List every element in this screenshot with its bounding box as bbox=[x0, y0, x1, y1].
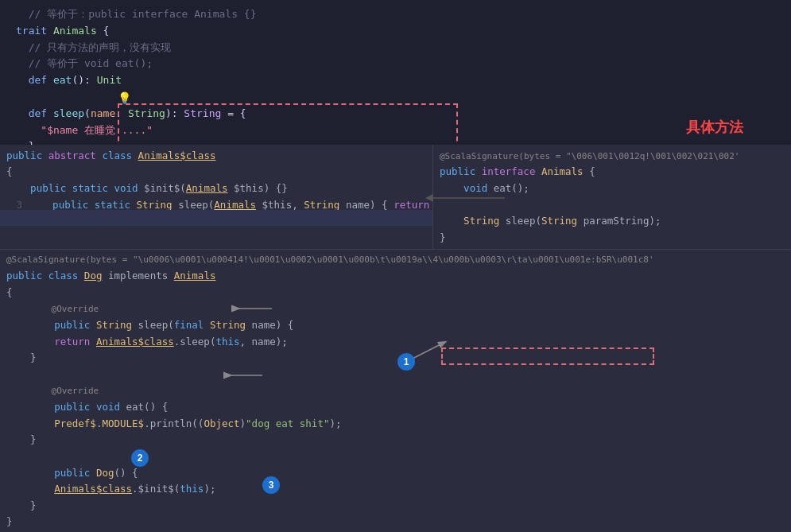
editor-code: // 等价于：public interface Animals {} trait… bbox=[16, 6, 791, 145]
right-decompiled-code: @ScalaSignature(bytes = "\006\001\0012q!… bbox=[433, 148, 791, 247]
scala-editor-panel: // 等价于：public interface Animals {} trait… bbox=[0, 0, 791, 145]
bottom-decompiled-code: @ScalaSignature(bytes = "\u0006\u0001\u0… bbox=[0, 251, 791, 530]
left-decompiled-panel: public abstract class Animals$class { pu… bbox=[0, 145, 433, 250]
middle-section: public abstract class Animals$class { pu… bbox=[0, 145, 791, 250]
bottom-section: @ScalaSignature(bytes = "\u0006\u0001\u0… bbox=[0, 249, 791, 532]
main-container: // 等价于：public interface Animals {} trait… bbox=[0, 0, 791, 532]
badge-3: 3 bbox=[262, 476, 280, 494]
right-decompiled-panel: @ScalaSignature(bytes = "\006\001\0012q!… bbox=[433, 145, 791, 250]
bulb-icon: 💡 bbox=[118, 91, 131, 105]
badge-2: 2 bbox=[131, 449, 149, 467]
label-concrete: 具体方法 bbox=[686, 118, 743, 137]
badge-1: 1 bbox=[397, 353, 415, 371]
left-decompiled-code: public abstract class Animals$class { pu… bbox=[0, 148, 432, 230]
